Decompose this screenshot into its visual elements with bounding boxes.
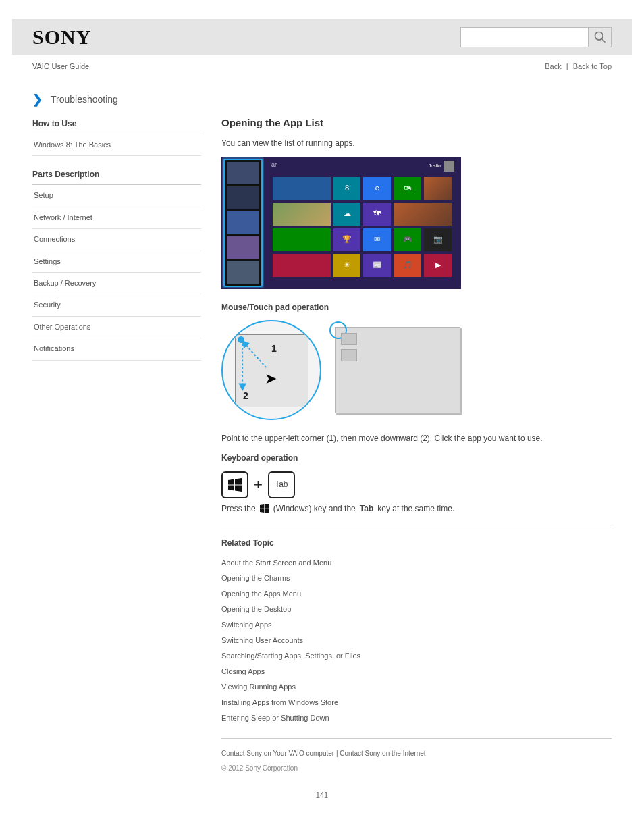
sidebar-item[interactable]: Backup / Recovery [32, 273, 201, 294]
tile [424, 177, 452, 200]
related-link[interactable]: Opening the Charms [221, 571, 612, 586]
tile-ie-icon: e [363, 177, 391, 200]
brand-logo: SONY [32, 26, 91, 49]
mouse-instruction: Point to the upper-left corner (1), then… [221, 432, 612, 445]
mouse-diagram: 1 2 ➤ [221, 320, 612, 420]
tile [394, 203, 452, 226]
related-link[interactable]: Opening the Apps Menu [221, 586, 612, 602]
search-wrap [460, 27, 612, 47]
svg-marker-9 [265, 509, 269, 513]
sidebar-item[interactable]: Other Operations [32, 317, 201, 338]
svg-marker-3 [235, 478, 242, 485]
page-number: 141 [12, 791, 632, 799]
tile [273, 228, 331, 251]
app-thumbnail [227, 211, 259, 234]
svg-marker-2 [228, 479, 234, 484]
svg-marker-5 [235, 485, 242, 492]
related-link[interactable]: Closing Apps [221, 664, 612, 679]
header-bar: SONY [12, 19, 632, 55]
cursor-icon: ➤ [265, 367, 277, 390]
search-button[interactable] [589, 27, 612, 47]
sidebar-item[interactable]: Settings [32, 251, 201, 273]
divider [221, 738, 612, 739]
svg-line-1 [601, 39, 605, 43]
start-screen-screenshot: ar Justin 8 e 🛍 ☁ 🗺 [221, 157, 461, 289]
copyright: © 2012 Sony Corporation [221, 763, 612, 774]
svg-marker-7 [265, 504, 269, 509]
subheader: VAIO User Guide Back | Back to Top [12, 55, 632, 73]
sidebar-heading-howto: How to Use [32, 115, 201, 134]
avatar [444, 161, 454, 172]
tile: 🎮 [394, 228, 421, 251]
start-label: ar [271, 161, 277, 170]
windows-key-icon [221, 471, 248, 498]
tile: ☀ [333, 254, 361, 277]
app-thumbnail [227, 261, 259, 284]
mini-thumbnail [341, 349, 357, 361]
sidebar-item[interactable]: Security [32, 294, 201, 316]
model-label: VAIO User Guide [32, 62, 89, 70]
related-link[interactable]: About the Start Screen and Menu [221, 555, 612, 571]
search-icon [593, 30, 607, 44]
tile: 🎵 [394, 254, 421, 277]
svg-marker-4 [228, 485, 234, 490]
back-link[interactable]: Back [545, 62, 561, 70]
svg-marker-6 [260, 504, 264, 509]
tile: ✉ [363, 228, 391, 251]
related-heading: Related Topic [221, 537, 612, 550]
step-2-label: 2 [243, 389, 248, 404]
back-to-top-link[interactable]: Back to Top [573, 62, 612, 70]
keyboard-shortcut: + Tab [221, 471, 612, 498]
related-link[interactable]: Searching/Starting Apps, Settings, or Fi… [221, 648, 612, 664]
app-thumbnail [227, 162, 259, 185]
tile: 🏆 [333, 228, 361, 251]
keyboard-hint: Press the (Windows) key and the Tab key … [221, 502, 612, 515]
page-title: Opening the App List [221, 115, 612, 130]
app-thumbnail [227, 236, 259, 259]
sidebar-item[interactable]: Setup [32, 185, 201, 207]
related-link[interactable]: Switching Apps [221, 617, 612, 633]
sidebar: How to Use Windows 8: The Basics Parts D… [32, 115, 201, 773]
related-link[interactable]: Opening the Desktop [221, 602, 612, 617]
tile-grid: 8 e 🛍 ☁ 🗺 🏆 ✉ 🎮 📷 ☀ [273, 177, 452, 280]
footer-links[interactable]: Contact Sony on Your VAIO computer | Con… [221, 748, 612, 759]
plus-icon: + [254, 473, 263, 496]
mini-screen [335, 327, 460, 413]
tile-store-icon: 🛍 [394, 177, 421, 200]
breadcrumb-text[interactable]: Troubleshooting [51, 94, 118, 105]
divider [221, 527, 612, 527]
tab-key-icon: Tab [268, 471, 295, 498]
related-link[interactable]: Switching User Accounts [221, 633, 612, 648]
tile [273, 254, 331, 277]
intro-text: You can view the list of running apps. [221, 137, 612, 150]
tile: 📰 [363, 254, 391, 277]
tile [273, 203, 331, 226]
search-input[interactable] [460, 27, 589, 47]
tile: 🗺 [363, 203, 391, 226]
sidebar-item[interactable]: Windows 8: The Basics [32, 134, 201, 156]
sidebar-item[interactable]: Connections [32, 229, 201, 251]
sidebar-heading-parts: Parts Description [32, 165, 201, 185]
tile [273, 177, 331, 200]
mouse-heading: Mouse/Touch pad operation [221, 301, 612, 314]
keyboard-heading: Keyboard operation [221, 452, 612, 465]
svg-marker-8 [260, 509, 264, 513]
related-link[interactable]: Viewing Running Apps [221, 679, 612, 695]
chevron-right-icon: ❯ [32, 92, 43, 107]
tile: ☁ [333, 203, 361, 226]
related-link[interactable]: Entering Sleep or Shutting Down [221, 710, 612, 726]
tile: 8 [333, 177, 361, 200]
related-list: About the Start Screen and Menu Opening … [221, 555, 612, 727]
sidebar-item[interactable]: Notifications [32, 338, 201, 360]
magnified-corner: 1 2 ➤ [221, 320, 321, 420]
sidebar-item[interactable]: Network / Internet [32, 207, 201, 229]
tile: ▶ [424, 254, 452, 277]
related-link[interactable]: Installing Apps from Windows Store [221, 695, 612, 710]
mini-thumbnail [341, 333, 357, 345]
svg-point-0 [595, 32, 603, 41]
tile: 📷 [424, 228, 452, 251]
breadcrumb: ❯ Troubleshooting [12, 73, 632, 115]
user-badge: Justin [429, 161, 454, 172]
running-apps-strip [223, 159, 263, 287]
step-1-label: 1 [271, 342, 277, 357]
